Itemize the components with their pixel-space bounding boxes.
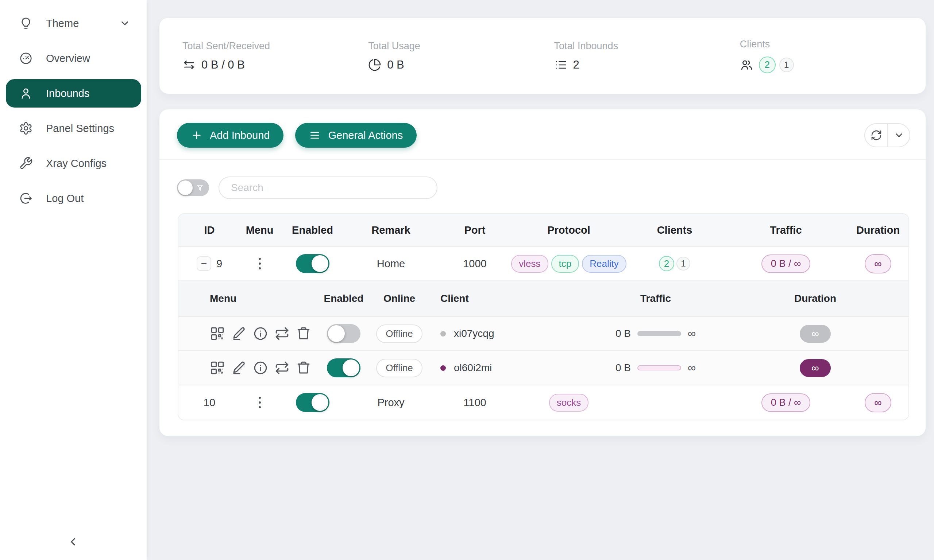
duration-pill: ∞ (800, 325, 831, 343)
client-enabled-toggle[interactable] (327, 324, 361, 343)
chevron-down-icon (119, 18, 130, 29)
subheader-enabled: Enabled (314, 293, 373, 305)
sidebar-collapse-button[interactable] (61, 530, 85, 554)
header-traffic: Traffic (726, 224, 846, 236)
clients-deactivated-badge: 1 (779, 58, 794, 72)
add-inbound-button[interactable]: Add Inbound (177, 123, 284, 148)
dots-menu-icon[interactable] (256, 255, 263, 272)
stat-total-inbounds: Total Inbounds 2 (554, 40, 740, 71)
inbound-port: 1000 (436, 258, 514, 270)
traffic-used: 0 B (615, 362, 631, 374)
client-row: Offline ol60i2mi 0 B ∞ ∞ (179, 350, 908, 385)
search-input[interactable] (219, 177, 438, 199)
sidebar-item-inbounds[interactable]: Inbounds (6, 79, 141, 108)
dots-menu-icon[interactable] (256, 394, 263, 411)
client-name: xi07ycqg (454, 328, 494, 339)
plus-icon (191, 129, 202, 141)
inbound-remark: Proxy (346, 397, 436, 409)
inbound-row: 10 Proxy 1100 socks 0 B / ∞ ∞ (179, 385, 908, 420)
subheader-traffic: Traffic (544, 293, 767, 305)
hamburger-icon (309, 129, 321, 141)
header-remark: Remark (346, 224, 436, 236)
logout-icon (19, 191, 33, 205)
enabled-toggle[interactable] (296, 393, 330, 412)
stat-label: Total Inbounds (554, 40, 740, 52)
client-enabled-toggle[interactable] (327, 358, 361, 377)
edit-pencil-icon[interactable] (231, 360, 247, 375)
traffic-used: 0 B (615, 328, 631, 339)
subheader-client: Client (426, 293, 544, 305)
duration-pill: ∞ (865, 393, 891, 412)
enabled-toggle[interactable] (296, 254, 330, 273)
sidebar-item-label: Xray Configs (46, 157, 106, 169)
trash-icon[interactable] (296, 326, 311, 341)
stat-label: Total Usage (368, 40, 554, 52)
filter-toggle[interactable] (177, 179, 209, 196)
toolbar-divider (159, 159, 926, 160)
client-subtable-header: Menu Enabled Online Client Traffic Durat… (179, 281, 908, 316)
stat-total-usage: Total Usage 0 B (368, 40, 554, 71)
sidebar-item-overview[interactable]: Overview (6, 44, 141, 72)
chevron-left-icon (67, 535, 79, 548)
sidebar-item-log-out[interactable]: Log Out (6, 184, 141, 212)
client-subtable: Menu Enabled Online Client Traffic Durat… (179, 280, 908, 385)
refresh-options-button[interactable] (887, 124, 909, 146)
stat-label: Total Sent/Received (182, 40, 368, 52)
qr-code-icon[interactable] (210, 326, 225, 341)
inbound-remark: Home (346, 258, 436, 270)
dashboard-icon (19, 51, 33, 65)
header-port: Port (436, 224, 514, 236)
traffic-total: ∞ (688, 327, 696, 340)
sidebar-item-label: Inbounds (46, 88, 89, 100)
stat-label: Clients (740, 38, 926, 50)
header-id: ID (179, 224, 240, 236)
online-status-badge: Offline (376, 359, 422, 377)
stat-value: 0 B / 0 B (201, 58, 245, 71)
traffic-total: ∞ (688, 361, 696, 374)
inbound-row: − 9 Home 1000 vless tcp Reality 2 1 0 B … (179, 247, 908, 280)
refresh-button[interactable] (865, 124, 887, 146)
client-color-dot (440, 331, 446, 337)
add-inbound-label: Add Inbound (210, 129, 270, 142)
table-header-row: ID Menu Enabled Remark Port Protocol Cli… (179, 214, 908, 247)
client-name: ol60i2mi (454, 362, 492, 374)
stat-value: 0 B (387, 58, 404, 71)
stat-total-sent-received: Total Sent/Received 0 B / 0 B (182, 40, 368, 71)
sidebar-item-label: Log Out (46, 192, 83, 205)
sidebar-item-label: Theme (46, 17, 79, 29)
trash-icon[interactable] (296, 360, 311, 375)
info-icon[interactable] (253, 326, 268, 341)
sidebar: Theme Overview Inbounds Panel Settings (0, 0, 147, 560)
sidebar-item-theme[interactable]: Theme (6, 9, 141, 38)
toolbar: Add Inbound General Actions (177, 123, 910, 148)
reset-traffic-icon[interactable] (274, 360, 290, 375)
reset-traffic-icon[interactable] (274, 326, 290, 341)
duration-pill: ∞ (865, 254, 891, 274)
collapse-row-button[interactable]: − (197, 256, 211, 271)
header-duration: Duration (846, 224, 909, 236)
duration-pill: ∞ (800, 359, 831, 377)
protocol-tag: socks (549, 394, 589, 412)
stat-clients: Clients 2 1 (740, 38, 926, 73)
client-row: Offline xi07ycqg 0 B ∞ ∞ (179, 316, 908, 350)
traffic-pill: 0 B / ∞ (761, 393, 810, 412)
edit-pencil-icon[interactable] (231, 326, 247, 341)
gear-icon (19, 122, 33, 135)
subheader-online: Online (373, 293, 426, 305)
sidebar-item-xray-configs[interactable]: Xray Configs (6, 149, 141, 178)
stats-card: Total Sent/Received 0 B / 0 B Total Usag… (159, 18, 926, 94)
general-actions-button[interactable]: General Actions (295, 123, 417, 148)
pie-chart-icon (368, 58, 381, 71)
sidebar-item-panel-settings[interactable]: Panel Settings (6, 114, 141, 143)
sidebar-item-label: Panel Settings (46, 123, 114, 135)
wrench-icon (19, 156, 33, 170)
chevron-down-icon (894, 130, 905, 141)
general-actions-label: General Actions (328, 129, 403, 142)
qr-code-icon[interactable] (210, 360, 225, 375)
subheader-duration: Duration (767, 293, 863, 305)
clients-enabled-badge: 2 (659, 256, 674, 271)
header-protocol: Protocol (514, 224, 624, 236)
refresh-icon (871, 129, 882, 141)
info-icon[interactable] (253, 360, 268, 375)
protocol-tag: vless (511, 255, 548, 273)
